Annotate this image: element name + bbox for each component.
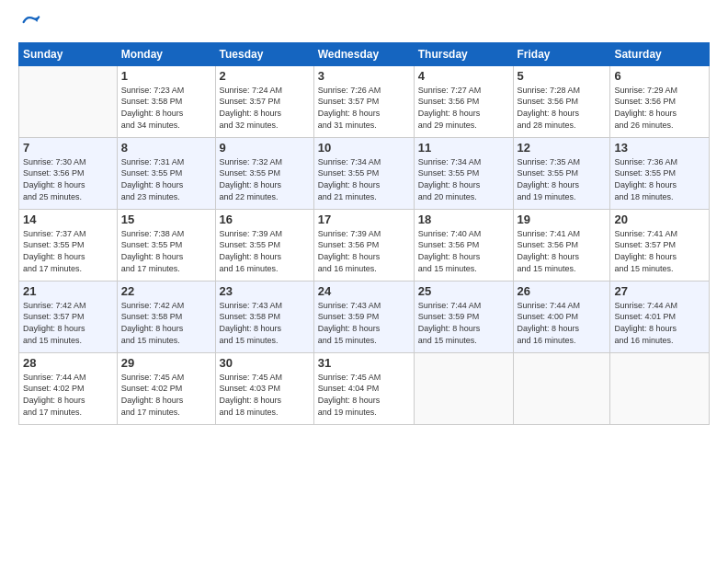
- day-number: 10: [318, 141, 410, 155]
- day-info: Sunrise: 7:26 AM Sunset: 3:57 PM Dayligh…: [318, 85, 410, 131]
- calendar-cell: 12Sunrise: 7:35 AM Sunset: 3:55 PM Dayli…: [513, 137, 610, 209]
- calendar-cell: 6Sunrise: 7:29 AM Sunset: 3:56 PM Daylig…: [610, 65, 710, 137]
- calendar-cell: 18Sunrise: 7:40 AM Sunset: 3:56 PM Dayli…: [414, 209, 513, 281]
- calendar-header-thursday: Thursday: [414, 42, 513, 65]
- calendar-cell: 24Sunrise: 7:43 AM Sunset: 3:59 PM Dayli…: [313, 281, 414, 352]
- calendar-week-4: 21Sunrise: 7:42 AM Sunset: 3:57 PM Dayli…: [19, 281, 710, 352]
- day-info: Sunrise: 7:30 AM Sunset: 3:56 PM Dayligh…: [23, 156, 113, 202]
- calendar-cell: 5Sunrise: 7:28 AM Sunset: 3:56 PM Daylig…: [513, 65, 610, 137]
- header: [18, 17, 710, 35]
- calendar-cell: 29Sunrise: 7:45 AM Sunset: 4:02 PM Dayli…: [117, 352, 215, 424]
- calendar: SundayMondayTuesdayWednesdayThursdayFrid…: [18, 42, 710, 425]
- calendar-week-5: 28Sunrise: 7:44 AM Sunset: 4:02 PM Dayli…: [19, 352, 710, 424]
- calendar-cell: 27Sunrise: 7:44 AM Sunset: 4:01 PM Dayli…: [610, 281, 710, 352]
- calendar-cell: 15Sunrise: 7:38 AM Sunset: 3:55 PM Dayli…: [117, 209, 215, 281]
- calendar-cell: 2Sunrise: 7:24 AM Sunset: 3:57 PM Daylig…: [215, 65, 313, 137]
- calendar-cell: 26Sunrise: 7:44 AM Sunset: 4:00 PM Dayli…: [513, 281, 610, 352]
- day-info: Sunrise: 7:37 AM Sunset: 3:55 PM Dayligh…: [23, 228, 113, 274]
- day-info: Sunrise: 7:34 AM Sunset: 3:55 PM Dayligh…: [318, 156, 410, 202]
- calendar-cell: 1Sunrise: 7:23 AM Sunset: 3:58 PM Daylig…: [117, 65, 215, 137]
- day-number: 19: [518, 213, 607, 226]
- day-info: Sunrise: 7:39 AM Sunset: 3:55 PM Dayligh…: [220, 228, 310, 274]
- day-number: 5: [518, 69, 607, 83]
- calendar-header-sunday: Sunday: [19, 42, 118, 65]
- day-number: 16: [220, 213, 310, 226]
- day-number: 20: [614, 213, 705, 226]
- calendar-cell: 25Sunrise: 7:44 AM Sunset: 3:59 PM Dayli…: [414, 281, 513, 352]
- calendar-cell: 16Sunrise: 7:39 AM Sunset: 3:55 PM Dayli…: [215, 209, 313, 281]
- day-info: Sunrise: 7:31 AM Sunset: 3:55 PM Dayligh…: [121, 156, 211, 202]
- day-number: 12: [518, 141, 607, 155]
- calendar-week-1: 1Sunrise: 7:23 AM Sunset: 3:58 PM Daylig…: [19, 65, 710, 137]
- day-number: 3: [318, 69, 410, 83]
- day-number: 27: [614, 284, 705, 298]
- day-number: 28: [23, 356, 113, 370]
- calendar-cell: 22Sunrise: 7:42 AM Sunset: 3:58 PM Dayli…: [117, 281, 215, 352]
- calendar-cell: [610, 352, 710, 424]
- calendar-cell: [513, 352, 610, 424]
- calendar-header-monday: Monday: [117, 42, 215, 65]
- calendar-week-2: 7Sunrise: 7:30 AM Sunset: 3:56 PM Daylig…: [19, 137, 710, 209]
- day-info: Sunrise: 7:39 AM Sunset: 3:56 PM Dayligh…: [318, 228, 410, 274]
- calendar-cell: 10Sunrise: 7:34 AM Sunset: 3:55 PM Dayli…: [313, 137, 414, 209]
- calendar-cell: 4Sunrise: 7:27 AM Sunset: 3:56 PM Daylig…: [414, 65, 513, 137]
- day-info: Sunrise: 7:28 AM Sunset: 3:56 PM Dayligh…: [518, 85, 607, 131]
- calendar-header-wednesday: Wednesday: [313, 42, 414, 65]
- day-number: 25: [418, 284, 509, 298]
- logo: [18, 17, 40, 35]
- calendar-cell: 11Sunrise: 7:34 AM Sunset: 3:55 PM Dayli…: [414, 137, 513, 209]
- day-info: Sunrise: 7:36 AM Sunset: 3:55 PM Dayligh…: [614, 156, 705, 202]
- calendar-cell: 8Sunrise: 7:31 AM Sunset: 3:55 PM Daylig…: [117, 137, 215, 209]
- day-info: Sunrise: 7:42 AM Sunset: 3:58 PM Dayligh…: [121, 300, 211, 346]
- day-number: 15: [121, 213, 211, 226]
- calendar-week-3: 14Sunrise: 7:37 AM Sunset: 3:55 PM Dayli…: [19, 209, 710, 281]
- calendar-cell: 7Sunrise: 7:30 AM Sunset: 3:56 PM Daylig…: [19, 137, 118, 209]
- day-info: Sunrise: 7:24 AM Sunset: 3:57 PM Dayligh…: [220, 85, 310, 131]
- day-number: 13: [614, 141, 705, 155]
- day-info: Sunrise: 7:44 AM Sunset: 4:01 PM Dayligh…: [614, 300, 705, 346]
- day-info: Sunrise: 7:44 AM Sunset: 3:59 PM Dayligh…: [418, 300, 509, 346]
- day-info: Sunrise: 7:29 AM Sunset: 3:56 PM Dayligh…: [614, 85, 705, 131]
- day-info: Sunrise: 7:32 AM Sunset: 3:55 PM Dayligh…: [220, 156, 310, 202]
- day-info: Sunrise: 7:45 AM Sunset: 4:04 PM Dayligh…: [318, 372, 410, 418]
- day-number: 8: [121, 141, 211, 155]
- page: SundayMondayTuesdayWednesdayThursdayFrid…: [0, 0, 728, 563]
- day-info: Sunrise: 7:34 AM Sunset: 3:55 PM Dayligh…: [418, 156, 509, 202]
- day-info: Sunrise: 7:43 AM Sunset: 3:58 PM Dayligh…: [220, 300, 310, 346]
- day-number: 11: [418, 141, 509, 155]
- day-info: Sunrise: 7:40 AM Sunset: 3:56 PM Dayligh…: [418, 228, 509, 274]
- day-number: 29: [121, 356, 211, 370]
- day-number: 14: [23, 213, 113, 226]
- calendar-cell: 14Sunrise: 7:37 AM Sunset: 3:55 PM Dayli…: [19, 209, 118, 281]
- calendar-cell: 17Sunrise: 7:39 AM Sunset: 3:56 PM Dayli…: [313, 209, 414, 281]
- day-number: 21: [23, 284, 113, 298]
- logo-icon: [20, 12, 40, 32]
- day-info: Sunrise: 7:42 AM Sunset: 3:57 PM Dayligh…: [23, 300, 113, 346]
- calendar-cell: 31Sunrise: 7:45 AM Sunset: 4:04 PM Dayli…: [313, 352, 414, 424]
- day-info: Sunrise: 7:45 AM Sunset: 4:02 PM Dayligh…: [121, 372, 211, 418]
- calendar-cell: 13Sunrise: 7:36 AM Sunset: 3:55 PM Dayli…: [610, 137, 710, 209]
- day-number: 9: [220, 141, 310, 155]
- day-info: Sunrise: 7:44 AM Sunset: 4:02 PM Dayligh…: [23, 372, 113, 418]
- day-number: 31: [318, 356, 410, 370]
- calendar-cell: 20Sunrise: 7:41 AM Sunset: 3:57 PM Dayli…: [610, 209, 710, 281]
- day-number: 26: [518, 284, 607, 298]
- day-number: 30: [220, 356, 310, 370]
- calendar-header-saturday: Saturday: [610, 42, 710, 65]
- day-number: 18: [418, 213, 509, 226]
- day-info: Sunrise: 7:44 AM Sunset: 4:00 PM Dayligh…: [518, 300, 607, 346]
- day-info: Sunrise: 7:43 AM Sunset: 3:59 PM Dayligh…: [318, 300, 410, 346]
- calendar-cell: 21Sunrise: 7:42 AM Sunset: 3:57 PM Dayli…: [19, 281, 118, 352]
- day-number: 6: [614, 69, 705, 83]
- day-number: 22: [121, 284, 211, 298]
- day-number: 24: [318, 284, 410, 298]
- day-number: 4: [418, 69, 509, 83]
- day-info: Sunrise: 7:35 AM Sunset: 3:55 PM Dayligh…: [518, 156, 607, 202]
- day-info: Sunrise: 7:45 AM Sunset: 4:03 PM Dayligh…: [220, 372, 310, 418]
- calendar-header-tuesday: Tuesday: [215, 42, 313, 65]
- calendar-cell: [414, 352, 513, 424]
- day-number: 7: [23, 141, 113, 155]
- calendar-cell: 9Sunrise: 7:32 AM Sunset: 3:55 PM Daylig…: [215, 137, 313, 209]
- calendar-cell: 30Sunrise: 7:45 AM Sunset: 4:03 PM Dayli…: [215, 352, 313, 424]
- day-info: Sunrise: 7:27 AM Sunset: 3:56 PM Dayligh…: [418, 85, 509, 131]
